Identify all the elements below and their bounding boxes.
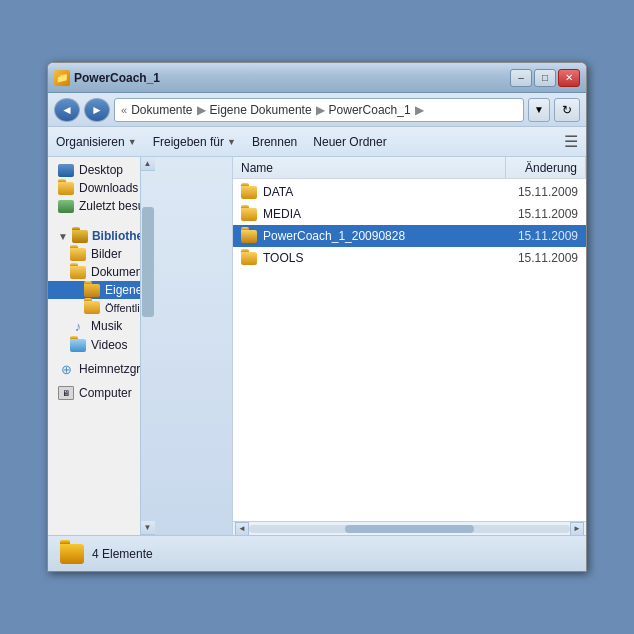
status-bar: 4 Elemente xyxy=(48,535,586,571)
sidebar-inner: Desktop Downloads Zuletzt besucht ▼ Bibl… xyxy=(48,157,140,535)
hscroll-track[interactable] xyxy=(249,525,570,533)
new-folder-button[interactable]: Neuer Ordner xyxy=(313,135,386,149)
file-area: Name Änderung DATA 15.11.2009 MEDIA 15.1… xyxy=(233,157,586,535)
title-bar: 📁 PowerCoach_1 – □ ✕ xyxy=(48,63,586,93)
nav-bar: ◄ ► « Dokumente ▶ Eigene Dokumente ▶ Pow… xyxy=(48,93,586,127)
sidebar: Desktop Downloads Zuletzt besucht ▼ Bibl… xyxy=(48,157,233,535)
file-list-header: Name Änderung xyxy=(233,157,586,179)
file-date-data: 15.11.2009 xyxy=(498,185,578,199)
toolbar: Organisieren ▼ Freigeben für ▼ Brennen N… xyxy=(48,127,586,157)
folder-icon-data xyxy=(241,186,257,199)
address-part-breadcrumb: « xyxy=(121,104,127,116)
computer-icon: 🖥 xyxy=(58,386,74,400)
col-header-date: Änderung xyxy=(506,157,586,178)
status-folder-icon xyxy=(60,544,84,564)
sidebar-item-computer[interactable]: 🖥 Computer xyxy=(48,384,140,402)
sidebar-item-pictures[interactable]: Bilder xyxy=(48,245,140,263)
sidebar-computer-label: Computer xyxy=(79,386,132,400)
sidebar-my-docs-label: Eigene Dokumente xyxy=(105,283,140,297)
sidebar-item-videos[interactable]: Videos xyxy=(48,336,140,354)
documents-folder-icon xyxy=(70,266,86,279)
address-dokumente: Dokumente xyxy=(131,103,192,117)
sidebar-scroll-thumb[interactable] xyxy=(142,207,154,316)
folder-icon-tools xyxy=(241,252,257,265)
view-button[interactable]: ☰ xyxy=(564,132,578,151)
homegroup-icon: ⊕ xyxy=(58,362,74,376)
pictures-folder-icon xyxy=(70,248,86,261)
folder-icon-powercoach xyxy=(241,230,257,243)
forward-button[interactable]: ► xyxy=(84,98,110,122)
burn-label: Brennen xyxy=(252,135,297,149)
new-folder-label: Neuer Ordner xyxy=(313,135,386,149)
sidebar-scroll-up[interactable]: ▲ xyxy=(141,157,155,171)
sidebar-item-public-documents[interactable]: Öffentliche Dokume... xyxy=(48,299,140,316)
file-row-tools[interactable]: TOOLS 15.11.2009 xyxy=(233,247,586,269)
hscroll-right-btn[interactable]: ► xyxy=(570,522,584,536)
desktop-folder-icon xyxy=(58,164,74,177)
file-name-media: MEDIA xyxy=(263,207,492,221)
file-name-data: DATA xyxy=(263,185,492,199)
close-button[interactable]: ✕ xyxy=(558,69,580,87)
address-bar[interactable]: « Dokumente ▶ Eigene Dokumente ▶ PowerCo… xyxy=(114,98,524,122)
file-row-data[interactable]: DATA 15.11.2009 xyxy=(233,181,586,203)
organize-button[interactable]: Organisieren ▼ xyxy=(56,135,137,149)
sidebar-scrollbar[interactable]: ▲ ▼ xyxy=(140,157,233,535)
refresh-button[interactable]: ↻ xyxy=(554,98,580,122)
explorer-window: 📁 PowerCoach_1 – □ ✕ ◄ ► « Dokumente ▶ E… xyxy=(47,62,587,572)
sidebar-pictures-label: Bilder xyxy=(91,247,122,261)
file-name-tools: TOOLS xyxy=(263,251,492,265)
sidebar-libraries-label: Bibliotheken xyxy=(92,229,140,243)
content-area: Desktop Downloads Zuletzt besucht ▼ Bibl… xyxy=(48,157,586,535)
file-row-media[interactable]: MEDIA 15.11.2009 xyxy=(233,203,586,225)
status-count: 4 Elemente xyxy=(92,547,153,561)
libraries-folder-icon xyxy=(72,230,88,243)
file-date-media: 15.11.2009 xyxy=(498,207,578,221)
sidebar-homegroup-label: Heimnetzgruppe xyxy=(79,362,140,376)
address-dropdown-button[interactable]: ▼ xyxy=(528,98,550,122)
music-icon: ♪ xyxy=(70,318,86,334)
share-button[interactable]: Freigeben für ▼ xyxy=(153,135,236,149)
title-buttons: – □ ✕ xyxy=(510,69,580,87)
sidebar-libraries-section[interactable]: ▼ Bibliotheken xyxy=(48,225,140,245)
sidebar-item-desktop[interactable]: Desktop xyxy=(48,161,140,179)
sidebar-item-downloads[interactable]: Downloads xyxy=(48,179,140,197)
window-icon: 📁 xyxy=(54,70,70,86)
file-list: DATA 15.11.2009 MEDIA 15.11.2009 PowerCo… xyxy=(233,179,586,521)
maximize-button[interactable]: □ xyxy=(534,69,556,87)
sidebar-music-label: Musik xyxy=(91,319,122,333)
file-row-powercoach[interactable]: PowerCoach_1_20090828 15.11.2009 xyxy=(233,225,586,247)
hscroll-left-btn[interactable]: ◄ xyxy=(235,522,249,536)
share-label: Freigeben für xyxy=(153,135,224,149)
sidebar-item-documents[interactable]: Dokumente xyxy=(48,263,140,281)
address-powercoach: PowerCoach_1 xyxy=(329,103,411,117)
address-sep-2: ▶ xyxy=(316,103,325,117)
sidebar-videos-label: Videos xyxy=(91,338,127,352)
sidebar-scroll-down[interactable]: ▼ xyxy=(141,521,155,535)
sidebar-item-recent[interactable]: Zuletzt besucht xyxy=(48,197,140,215)
recent-folder-icon xyxy=(58,200,74,213)
downloads-folder-icon xyxy=(58,182,74,195)
file-date-tools: 15.11.2009 xyxy=(498,251,578,265)
public-documents-folder-icon xyxy=(84,301,100,314)
back-button[interactable]: ◄ xyxy=(54,98,80,122)
sidebar-public-docs-label: Öffentliche Dokume... xyxy=(105,302,140,314)
window-title: PowerCoach_1 xyxy=(74,71,160,85)
sidebar-desktop-label: Desktop xyxy=(79,163,123,177)
libraries-expand-icon: ▼ xyxy=(58,230,68,242)
file-date-powercoach: 15.11.2009 xyxy=(498,229,578,243)
address-sep-3: ▶ xyxy=(415,103,424,117)
minimize-button[interactable]: – xyxy=(510,69,532,87)
address-sep-1: ▶ xyxy=(197,103,206,117)
organize-label: Organisieren xyxy=(56,135,125,149)
sidebar-recent-label: Zuletzt besucht xyxy=(79,199,140,213)
sidebar-item-my-documents[interactable]: Eigene Dokumente xyxy=(48,281,140,299)
col-header-name: Name xyxy=(233,157,506,178)
sidebar-item-homegroup[interactable]: ⊕ Heimnetzgruppe xyxy=(48,360,140,378)
my-documents-folder-icon xyxy=(84,284,100,297)
file-name-powercoach: PowerCoach_1_20090828 xyxy=(263,229,492,243)
file-hscrollbar[interactable]: ◄ ► xyxy=(233,521,586,535)
sidebar-documents-label: Dokumente xyxy=(91,265,140,279)
burn-button[interactable]: Brennen xyxy=(252,135,297,149)
sidebar-item-music[interactable]: ♪ Musik xyxy=(48,316,140,336)
hscroll-thumb[interactable] xyxy=(345,525,473,533)
